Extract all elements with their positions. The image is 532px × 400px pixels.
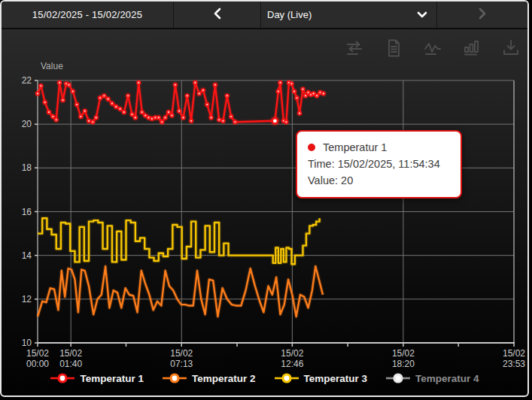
series-color-dot-icon xyxy=(308,144,315,151)
legend-marker-icon xyxy=(274,372,299,384)
report-icon[interactable] xyxy=(383,38,404,59)
y-tick-label: 20 xyxy=(22,119,32,129)
legend-item-temperatur-2[interactable]: Temperatur 2 xyxy=(162,372,256,384)
legend-label: Temperatur 3 xyxy=(304,373,368,384)
chevron-left-icon xyxy=(212,8,223,23)
chart-toolbar xyxy=(344,38,521,59)
legend-item-temperatur-1[interactable]: Temperatur 1 xyxy=(50,372,144,384)
y-tick-label: 12 xyxy=(22,294,32,305)
y-tick-label: 16 xyxy=(22,207,32,217)
y-tick-label: 18 xyxy=(22,162,32,173)
chart-tooltip: Temperatur 1 Time: 15/02/2025, 11:54:34 … xyxy=(296,130,462,198)
legend-item-temperatur-4[interactable]: Temperatur 4 xyxy=(385,372,479,384)
tooltip-value: Value: 20 xyxy=(308,172,450,189)
line-chart-plot[interactable]: 1012141618202215/0200:0015/0201:4015/020… xyxy=(2,71,529,374)
series-line-temperatur-2 xyxy=(38,266,323,317)
x-tick-label: 15/0223:53 xyxy=(503,348,525,369)
chart-legend: Temperatur 1Temperatur 2Temperatur 3Temp… xyxy=(2,372,527,384)
y-axis-title: Value xyxy=(41,61,63,71)
swap-horizontal-icon[interactable] xyxy=(344,38,365,59)
x-tick-label: 15/0207:13 xyxy=(170,348,193,369)
top-navigation-bar: 15/02/2025 - 15/02/2025 Day (Live) xyxy=(2,2,527,29)
period-selector-value: Day (Live) xyxy=(267,9,312,20)
y-tick-label: 22 xyxy=(22,75,32,86)
download-icon[interactable] xyxy=(500,38,521,59)
period-selector-dropdown[interactable]: Day (Live) xyxy=(260,2,436,28)
x-tick-label: 15/0212:46 xyxy=(281,348,303,369)
date-range-label: 15/02/2025 - 15/02/2025 xyxy=(32,9,142,20)
legend-marker-icon xyxy=(162,372,187,384)
y-tick-label: 14 xyxy=(22,250,32,261)
legend-label: Temperatur 2 xyxy=(192,373,256,384)
legend-label: Temperatur 1 xyxy=(80,373,144,384)
x-tick-label: 15/0201:40 xyxy=(59,348,82,369)
legend-marker-icon xyxy=(50,372,75,384)
x-tick-label: 15/0200:00 xyxy=(26,348,49,369)
y-tick-label: 10 xyxy=(22,338,32,348)
chevron-down-icon xyxy=(417,8,427,22)
app-window: 15/02/2025 - 15/02/2025 Day (Live) xyxy=(0,0,529,397)
tooltip-time: Time: 15/02/2025, 11:54:34 xyxy=(308,156,450,172)
next-period-button-disabled[interactable] xyxy=(436,2,527,28)
tooltip-series-name: Temperatur 1 xyxy=(323,139,387,156)
legend-item-temperatur-3[interactable]: Temperatur 3 xyxy=(274,372,368,384)
legend-label: Temperatur 4 xyxy=(415,373,479,384)
legend-marker-icon xyxy=(385,372,411,384)
line-chart-icon[interactable] xyxy=(422,38,443,59)
x-tick-label: 15/0218:20 xyxy=(392,348,415,369)
bar-chart-icon[interactable] xyxy=(461,38,482,59)
previous-period-button[interactable] xyxy=(173,2,260,28)
chevron-right-icon xyxy=(477,8,488,23)
date-range-button[interactable]: 15/02/2025 - 15/02/2025 xyxy=(2,2,173,28)
